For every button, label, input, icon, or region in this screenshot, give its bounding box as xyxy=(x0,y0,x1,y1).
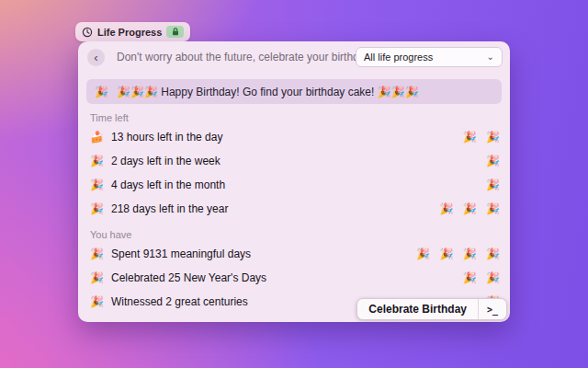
party-popper-icon: 🎉 xyxy=(90,202,103,215)
section-label-time-left: Time left xyxy=(90,112,498,124)
panel-header: ‹ Don't worry about the future, celebrat… xyxy=(78,41,510,73)
row-label: 218 days left in the year xyxy=(111,202,439,215)
party-popper-rating: 🎉 🎉 xyxy=(463,271,500,284)
row-label: Celebrated 25 New Year's Days xyxy=(111,271,463,284)
life-progress-panel: ‹ Don't worry about the future, celebrat… xyxy=(78,41,510,322)
party-popper-icon: 🎉 xyxy=(90,155,103,167)
party-popper-icon: 🎉 xyxy=(90,295,103,308)
chevron-down-icon: ⌄ xyxy=(487,52,494,62)
party-popper-icon: 🎉 xyxy=(90,178,103,191)
row-label: 2 days left in the week xyxy=(111,155,486,167)
chevron-left-icon: ‹ xyxy=(94,51,97,64)
window-tab-title: Life Progress xyxy=(97,27,162,38)
row-label: 13 hours left in the day xyxy=(111,131,463,144)
list-item[interactable]: 🎉 Celebrated 25 New Year's Days 🎉 🎉 xyxy=(86,266,502,290)
terminal-icon[interactable]: >_ xyxy=(479,299,506,319)
party-popper-icon: 🎉 xyxy=(90,271,103,284)
section-label-you-have: You have xyxy=(90,229,498,241)
cake-icon: 🍰 xyxy=(90,131,103,144)
party-popper-rating: 🎉 🎉 xyxy=(463,131,500,144)
row-label: 4 days left in the month xyxy=(111,178,486,191)
filter-dropdown-value: All life progress xyxy=(364,52,487,63)
celebrate-birthday-button[interactable]: Celebrate Birthday xyxy=(357,299,478,319)
action-split-button: Celebrate Birthday >_ xyxy=(356,298,507,320)
lock-badge-button[interactable] xyxy=(166,26,184,38)
party-popper-rating: 🎉 🎉 🎉 🎉 xyxy=(416,247,500,260)
list-item[interactable]: 🎉 2 days left in the week 🎉 xyxy=(86,149,502,173)
list-item[interactable]: 🎉 4 days left in the month 🎉 xyxy=(86,173,502,197)
panel-content: 🎉 🎉🎉🎉 Happy Birthday! Go find your birth… xyxy=(78,79,510,322)
party-popper-rating: 🎉 🎉 🎉 xyxy=(439,202,500,215)
party-popper-icon: 🎉 xyxy=(95,86,108,98)
list-item[interactable]: 🍰 13 hours left in the day 🎉 🎉 xyxy=(86,125,502,149)
lock-icon xyxy=(172,28,179,36)
filter-dropdown[interactable]: All life progress ⌄ xyxy=(356,47,503,67)
birthday-banner: 🎉 🎉🎉🎉 Happy Birthday! Go find your birth… xyxy=(86,79,502,104)
back-button[interactable]: ‹ xyxy=(87,49,105,66)
life-progress-app-icon xyxy=(82,27,93,38)
row-label: Spent 9131 meaningful days xyxy=(111,247,416,260)
party-popper-rating: 🎉 xyxy=(486,155,500,167)
party-popper-rating: 🎉 xyxy=(486,178,500,191)
window-tab[interactable]: Life Progress xyxy=(75,22,190,41)
banner-text: 🎉🎉🎉 Happy Birthday! Go find your birthda… xyxy=(117,86,419,98)
party-popper-icon: 🎉 xyxy=(90,247,103,260)
list-item[interactable]: 🎉 Spent 9131 meaningful days 🎉 🎉 🎉 🎉 xyxy=(86,242,502,266)
list-item[interactable]: 🎉 218 days left in the year 🎉 🎉 🎉 xyxy=(86,197,502,221)
header-title: Don't worry about the future, celebrate … xyxy=(117,51,356,63)
